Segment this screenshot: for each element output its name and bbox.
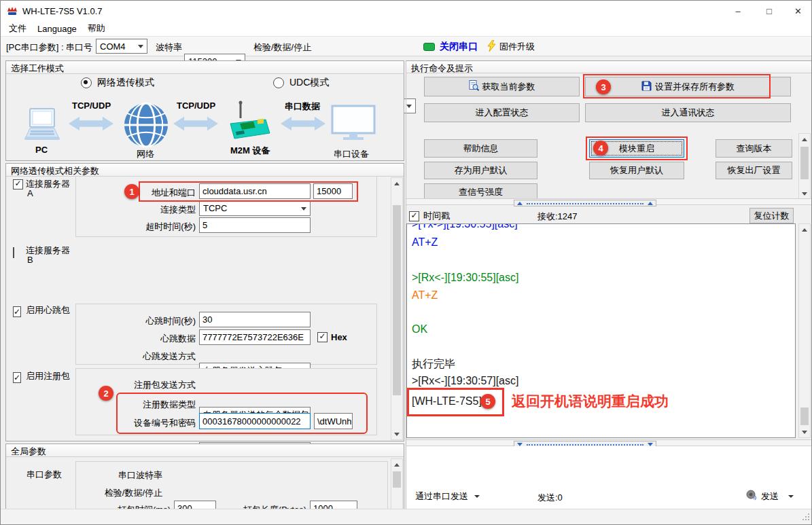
- close-port-button[interactable]: 关闭串口: [423, 39, 478, 54]
- server-a-checkbox[interactable]: ✓: [13, 179, 23, 189]
- scroll-down-icon[interactable]: [799, 427, 810, 437]
- module-reboot-button[interactable]: 模块重启: [589, 139, 684, 158]
- send-button[interactable]: 发送: [745, 489, 794, 503]
- maximize-button[interactable]: □: [754, 1, 785, 21]
- splitter-handle[interactable]: [514, 200, 656, 206]
- regpack-label: 启用注册包: [26, 370, 70, 382]
- firmware-upgrade-button[interactable]: 固件升级: [487, 39, 535, 54]
- radio-udc-mode[interactable]: UDC模式: [273, 77, 329, 89]
- menu-file[interactable]: 文件: [3, 20, 32, 37]
- help-info-button[interactable]: 帮助信息: [424, 139, 537, 158]
- menu-help[interactable]: 帮助: [82, 20, 111, 37]
- g-pds-label: 检验/数据/停止: [89, 487, 162, 499]
- log-line: >[Tx->][19:30:55][asc]: [412, 223, 518, 230]
- device-id-input[interactable]: 00031678000000000022: [199, 413, 311, 429]
- splitter-top[interactable]: [406, 198, 811, 205]
- send-via-serial-dropdown[interactable]: 通过串口发送: [415, 490, 480, 503]
- splitter-dots: [527, 444, 643, 446]
- minimize-button[interactable]: –: [722, 1, 754, 21]
- netparams-scrollbar[interactable]: [391, 177, 403, 440]
- commands-scrollbar[interactable]: [798, 133, 811, 200]
- checkbox-checked-icon: ✓: [409, 211, 419, 221]
- addr-label: 地址和端口: [128, 187, 196, 199]
- scrollbar-thumb[interactable]: [393, 205, 401, 395]
- sent-count-label: 发送:0: [537, 492, 563, 504]
- server-b-checkbox[interactable]: [13, 246, 14, 258]
- server-addr-input[interactable]: clouddata.usr.cn: [199, 183, 311, 199]
- pc-laptop-icon: [21, 107, 63, 145]
- splitter-bottom[interactable]: [406, 439, 811, 446]
- hb-data-label: 心跳数据: [128, 333, 196, 345]
- device-pwd-input[interactable]: \dtWUnh: [314, 413, 353, 429]
- log-line: 执行完毕: [412, 357, 455, 372]
- pc-serial-label: [PC串口参数] : 串口号: [6, 41, 92, 54]
- hex-checkbox[interactable]: ✓ Hex: [317, 332, 347, 342]
- resize-grip-icon[interactable]: [802, 511, 810, 524]
- doc-search-icon: [469, 80, 479, 93]
- collapse-up-icon: [648, 202, 653, 205]
- reset-count-button[interactable]: 复位计数: [749, 208, 794, 223]
- log-scrollbar[interactable]: [798, 223, 811, 438]
- log-line: >[Rx<-][19:30:55][asc]: [412, 272, 518, 284]
- com-port-select[interactable]: COM4: [96, 39, 147, 54]
- hb-time-label: 心跳时间(秒): [128, 315, 196, 327]
- app-icon: [7, 5, 18, 16]
- scrollbar-thumb[interactable]: [393, 471, 401, 488]
- heartbeat-checkbox[interactable]: ✓: [13, 305, 21, 317]
- checkbox-checked-icon: ✓: [13, 179, 23, 189]
- speaker-icon: [745, 489, 757, 503]
- scroll-up-icon[interactable]: [799, 224, 810, 235]
- restore-default-button[interactable]: 恢复用户默认: [589, 162, 684, 179]
- scrollbar-thumb[interactable]: [800, 147, 809, 179]
- factory-reset-button[interactable]: 恢复出厂设置: [716, 162, 792, 179]
- close-button[interactable]: ✕: [785, 1, 811, 21]
- timeout-label: 超时时间(秒): [128, 221, 196, 233]
- globalparams-header: 全局参数: [6, 444, 404, 457]
- timestamp-checkbox[interactable]: ✓ 时间戳: [409, 210, 450, 222]
- workmode-header: 选择工作模式: [6, 61, 404, 74]
- baud-label: 波特率: [156, 41, 182, 54]
- get-params-button[interactable]: 获取当前参数: [424, 77, 580, 96]
- net-label: 网络: [137, 148, 154, 160]
- timeout-input[interactable]: 5: [199, 217, 311, 233]
- log-line: >[Rx<-][19:30:57][asc]: [412, 375, 518, 387]
- scroll-down-icon[interactable]: [799, 188, 810, 199]
- hb-time-input[interactable]: 30: [199, 312, 311, 327]
- title-bar: WH-LTE-7S5 V1.0.7 – □ ✕: [1, 1, 811, 21]
- toolbar: [PC串口参数] : 串口号 COM4 波特率 115200 检验/数据/停止 …: [1, 36, 811, 56]
- m2m-label: M2M 设备: [230, 145, 270, 157]
- server-port-input[interactable]: 15000: [313, 183, 353, 199]
- chevron-down-icon: [406, 105, 412, 108]
- device-id-label: 设备编号和密码: [123, 417, 196, 429]
- scroll-up-icon[interactable]: [391, 459, 402, 470]
- checkbox-checked-icon: ✓: [13, 372, 21, 383]
- server-b-sub: B: [27, 255, 33, 265]
- serial-params-label: 串口参数: [27, 469, 62, 481]
- m2m-device-icon: [224, 101, 272, 145]
- conn-type-select[interactable]: TCPC: [199, 200, 311, 216]
- menu-language[interactable]: Language: [32, 22, 82, 36]
- log-line: AT+Z: [412, 289, 438, 302]
- enter-config-button[interactable]: 进入配置状态: [424, 103, 580, 122]
- save-default-button[interactable]: 存为用户默认: [424, 162, 537, 179]
- heartbeat-label: 启用心跳包: [26, 304, 70, 316]
- log-line: [WH-LTE-7S5]: [412, 395, 482, 408]
- scroll-up-icon[interactable]: [391, 178, 402, 189]
- checkbox-checked-icon: ✓: [317, 332, 328, 342]
- radio-transparent-mode[interactable]: 网络透传模式: [81, 77, 154, 89]
- scroll-up-icon[interactable]: [799, 134, 810, 145]
- link1-label: TCP/UDP: [72, 101, 111, 111]
- regpack-checkbox[interactable]: ✓: [13, 371, 21, 383]
- menu-bar: 文件 Language 帮助: [1, 21, 811, 36]
- collapse-down-icon: [517, 443, 523, 446]
- reg-send-label: 注册包发送方式: [123, 379, 196, 391]
- hb-data-input[interactable]: 7777772E7573722E636E: [199, 329, 311, 345]
- set-save-params-button[interactable]: 设置并保存所有参数: [585, 77, 791, 96]
- enter-comm-button[interactable]: 进入通讯状态: [585, 103, 791, 122]
- chevron-down-icon: [301, 207, 306, 211]
- chevron-down-icon: [788, 495, 794, 498]
- recv-count-label: 接收:1247: [537, 211, 578, 223]
- scrollbar-thumb[interactable]: [800, 408, 809, 425]
- query-version-button[interactable]: 查询版本: [716, 139, 792, 158]
- scroll-down-icon[interactable]: [391, 429, 402, 439]
